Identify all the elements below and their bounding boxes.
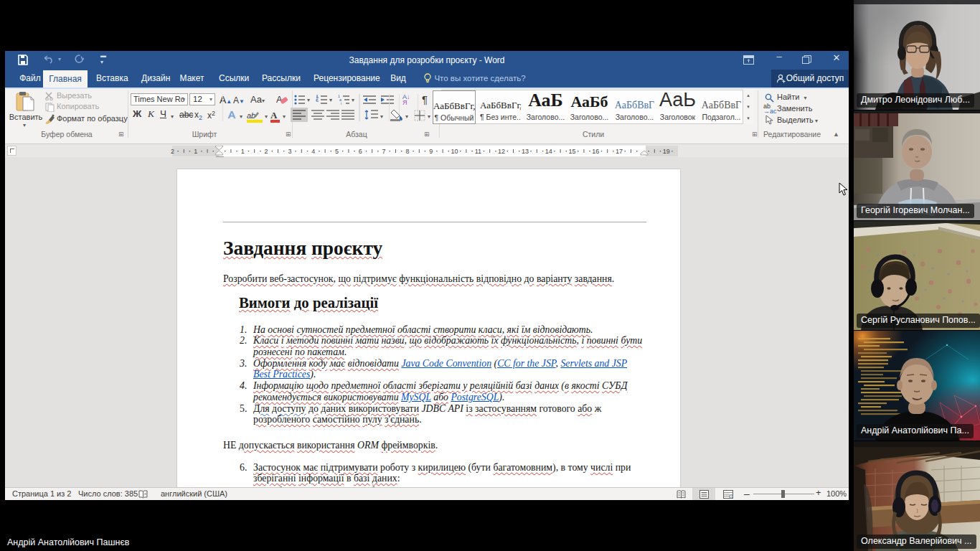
svg-text:2: 2	[265, 148, 268, 155]
svg-text:13: 13	[522, 148, 529, 155]
svg-text:1: 1	[194, 148, 197, 155]
svg-text:8: 8	[405, 148, 409, 155]
svg-text:14: 14	[545, 148, 552, 155]
svg-text:1: 1	[241, 148, 245, 155]
svg-text:12: 12	[498, 148, 505, 155]
svg-text:19: 19	[663, 148, 670, 155]
svg-text:6: 6	[359, 148, 362, 155]
svg-text:11: 11	[475, 148, 481, 155]
svg-text:9: 9	[429, 148, 433, 155]
svg-text:i: i	[341, 101, 341, 105]
svg-text:15: 15	[568, 148, 575, 155]
svg-text:17: 17	[616, 148, 623, 155]
svg-text:3: 3	[288, 148, 291, 155]
svg-text:10: 10	[451, 148, 458, 155]
svg-text:4: 4	[311, 148, 315, 155]
svg-text:2: 2	[171, 148, 174, 155]
svg-text:16: 16	[592, 148, 599, 155]
svg-text:5: 5	[335, 148, 339, 155]
svg-text:7: 7	[382, 148, 386, 155]
